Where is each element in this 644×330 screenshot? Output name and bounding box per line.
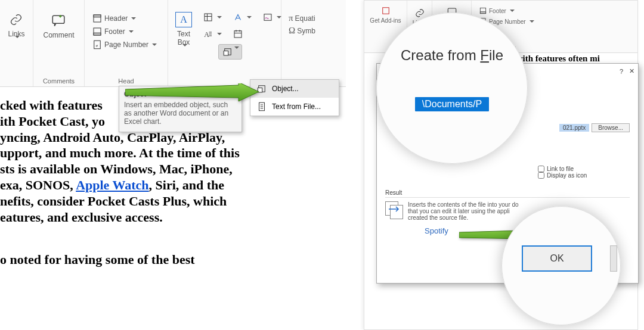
page-number-label: Page Number xyxy=(104,41,148,49)
chevron-down-icon xyxy=(181,46,187,55)
symbol-button[interactable]: Ω Symb xyxy=(286,24,324,37)
tooltip-body: Insert an embedded object, such as anoth… xyxy=(124,101,237,126)
svg-rect-10 xyxy=(234,31,242,38)
svg-rect-0 xyxy=(53,15,65,23)
dropcap-icon: A xyxy=(203,29,213,39)
svg-text:A: A xyxy=(204,30,209,39)
doc-line: o noted for having some of the best xyxy=(0,252,274,268)
equation-button[interactable]: π Equati xyxy=(286,12,324,24)
header-icon xyxy=(92,13,103,24)
adjacent-button-edge xyxy=(610,245,617,272)
signature-button[interactable] xyxy=(260,11,284,24)
svg-rect-4 xyxy=(94,33,101,35)
wordart-button[interactable] xyxy=(230,11,254,24)
arrow-icon xyxy=(388,204,402,214)
zoom-lens-top: Create from File \Documents/P xyxy=(376,13,528,164)
apple-watch-link[interactable]: Apple Watch xyxy=(76,178,148,192)
footer-label: Footer xyxy=(104,27,125,36)
ok-button[interactable]: OK xyxy=(522,245,592,272)
object-dropdown: Object... Text from File... xyxy=(250,79,339,116)
display-as-icon-checkbox[interactable]: Display as icon xyxy=(538,172,630,179)
result-label: Result xyxy=(385,189,630,196)
symbol-icon: Ω xyxy=(289,26,295,36)
svg-rect-7 xyxy=(205,14,212,21)
right-app-window: Get Add-ins Links Comment Comments Foote… xyxy=(364,0,638,330)
quickparts-button[interactable] xyxy=(200,11,224,24)
addins-label: Get Add-ins xyxy=(369,17,402,24)
result-icon xyxy=(385,201,403,219)
comment-label: Comment xyxy=(43,31,74,39)
group-links: Links xyxy=(0,0,33,86)
svg-text:#: # xyxy=(96,44,98,48)
doc-line: upport, and much more. At the time of th… xyxy=(0,145,274,161)
menu-item-object[interactable]: Object... xyxy=(250,80,339,98)
footer-r-button[interactable]: Footer xyxy=(476,5,538,16)
datetime-button[interactable] xyxy=(230,27,246,41)
menu-text-file-label: Text from File... xyxy=(272,102,321,111)
left-app-window: S Links Comment Comments Header F xyxy=(0,0,346,298)
chevron-down-icon xyxy=(233,49,239,57)
doc-line: nefits, consider Pocket Casts Plus, whic… xyxy=(0,194,274,210)
comment-button[interactable]: Comment xyxy=(41,12,76,41)
link-icon xyxy=(414,8,425,18)
links-button[interactable]: Links xyxy=(5,12,27,48)
doc-line: exa, SONOS, Apple Watch, Siri, and the xyxy=(0,178,274,194)
svg-rect-8 xyxy=(264,14,271,21)
svg-rect-12 xyxy=(224,51,228,56)
spotify-label: Spotify xyxy=(425,226,448,235)
doc-line: eatures, and exclusive access. xyxy=(0,210,274,226)
footer-r-label: Footer xyxy=(489,8,506,14)
header-button[interactable]: Header xyxy=(89,12,163,25)
signature-icon xyxy=(262,12,273,23)
equation-label: Equati xyxy=(295,14,315,23)
group-symbols: π Equati Ω Symb xyxy=(281,0,329,86)
browse-button[interactable]: Browse... xyxy=(592,123,630,132)
group-comments: Comment Comments xyxy=(33,0,85,86)
textbox-button[interactable]: A Text Box xyxy=(173,11,194,56)
footer-icon xyxy=(92,26,103,37)
menu-item-text-from-file[interactable]: Text from File... xyxy=(250,98,339,116)
zoom-lens-bottom: OK xyxy=(501,206,621,325)
object-icon xyxy=(222,46,233,57)
link-to-file-checkbox[interactable]: Link to file xyxy=(538,166,630,172)
equation-icon: π xyxy=(289,13,293,23)
header-label: Header xyxy=(104,14,128,23)
comments-group-label: Comments xyxy=(33,77,84,85)
close-button[interactable]: ✕ xyxy=(629,67,634,75)
file-path-field[interactable]: \Documents/P xyxy=(415,97,489,111)
quickparts-icon xyxy=(203,12,213,23)
footer-icon xyxy=(479,7,487,15)
symbol-label: Symb xyxy=(297,27,315,35)
group-header-footer: Header Footer # Page Number Head xyxy=(85,0,168,86)
page-number-icon: # xyxy=(92,39,103,50)
svg-rect-20 xyxy=(480,12,485,14)
pagenum-r-label: Page Number xyxy=(489,18,526,25)
page-number-button[interactable]: # Page Number xyxy=(89,38,163,51)
dropcap-button[interactable]: A xyxy=(200,27,224,41)
file-name-field[interactable]: 021.pptx xyxy=(559,124,589,132)
textbox-icon: A xyxy=(175,12,192,27)
link-icon xyxy=(8,13,24,26)
svg-rect-17 xyxy=(382,8,389,14)
doc-line: sts is available on Windows, Mac, iPhone… xyxy=(0,161,274,178)
ribbon: Links Comment Comments Header Footer # P xyxy=(0,0,346,87)
object-split-button[interactable] xyxy=(218,44,242,60)
create-from-file-tab[interactable]: Create from File xyxy=(385,47,519,64)
svg-rect-2 xyxy=(94,15,101,17)
chevron-down-icon xyxy=(13,38,20,46)
addins-icon xyxy=(380,5,391,16)
datetime-icon xyxy=(233,29,243,39)
help-button[interactable]: ? xyxy=(620,68,623,75)
menu-object-label: Object... xyxy=(272,85,299,93)
callout-arrow xyxy=(125,83,259,104)
wordart-icon xyxy=(233,12,243,23)
svg-marker-16 xyxy=(125,83,259,101)
group-text: A Text Box A xyxy=(168,0,281,86)
result-text: Inserts the contents of the file into yo… xyxy=(408,201,519,221)
comment-icon xyxy=(49,13,68,29)
footer-button[interactable]: Footer xyxy=(89,25,163,38)
